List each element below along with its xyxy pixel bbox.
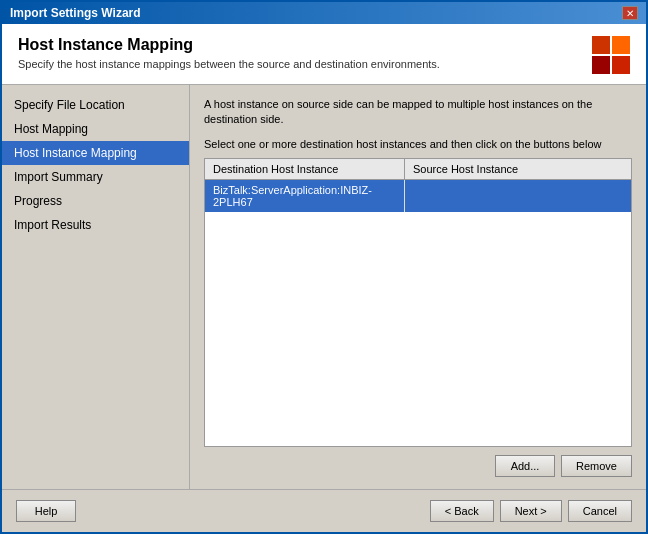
logo-square-1 [592,36,610,54]
main-description-1: A host instance on source side can be ma… [204,97,632,128]
next-button[interactable]: Next > [500,500,562,522]
table-header-destination: Destination Host Instance [205,159,405,179]
logo [592,36,630,74]
logo-square-4 [612,56,630,74]
sidebar-item-import-results[interactable]: Import Results [2,213,189,237]
close-button[interactable]: ✕ [622,6,638,20]
title-bar: Import Settings Wizard ✕ [2,2,646,24]
table-cell-destination: BizTalk:ServerApplication:INBIZ-2PLH67 [205,180,405,212]
header-text: Host Instance Mapping Specify the host i… [18,36,440,70]
window: Import Settings Wizard ✕ Host Instance M… [0,0,648,534]
table-header-source: Source Host Instance [405,159,631,179]
sidebar-item-host-mapping[interactable]: Host Mapping [2,117,189,141]
footer-right: < Back Next > Cancel [430,500,632,522]
sidebar-item-progress[interactable]: Progress [2,189,189,213]
table-buttons: Add... Remove [204,455,632,477]
logo-square-2 [612,36,630,54]
table-body: BizTalk:ServerApplication:INBIZ-2PLH67 [205,180,631,446]
table-row[interactable]: BizTalk:ServerApplication:INBIZ-2PLH67 [205,180,631,212]
add-button[interactable]: Add... [495,455,555,477]
page-title: Host Instance Mapping [18,36,440,54]
remove-button[interactable]: Remove [561,455,632,477]
sidebar-item-specify-file-location[interactable]: Specify File Location [2,93,189,117]
main-description-2: Select one or more destination host inst… [204,138,632,150]
logo-square-3 [592,56,610,74]
host-instance-table: Destination Host Instance Source Host In… [204,158,632,447]
content-area: Specify File Location Host Mapping Host … [2,85,646,489]
back-button[interactable]: < Back [430,500,494,522]
sidebar-item-host-instance-mapping[interactable]: Host Instance Mapping [2,141,189,165]
help-button[interactable]: Help [16,500,76,522]
page-description: Specify the host instance mappings betwe… [18,58,440,70]
window-title: Import Settings Wizard [10,6,141,20]
sidebar-item-import-summary[interactable]: Import Summary [2,165,189,189]
header-area: Host Instance Mapping Specify the host i… [2,24,646,85]
footer: Help < Back Next > Cancel [2,489,646,532]
main-panel: A host instance on source side can be ma… [190,85,646,489]
cancel-button[interactable]: Cancel [568,500,632,522]
table-cell-source [405,180,631,212]
table-header: Destination Host Instance Source Host In… [205,159,631,180]
sidebar: Specify File Location Host Mapping Host … [2,85,190,489]
